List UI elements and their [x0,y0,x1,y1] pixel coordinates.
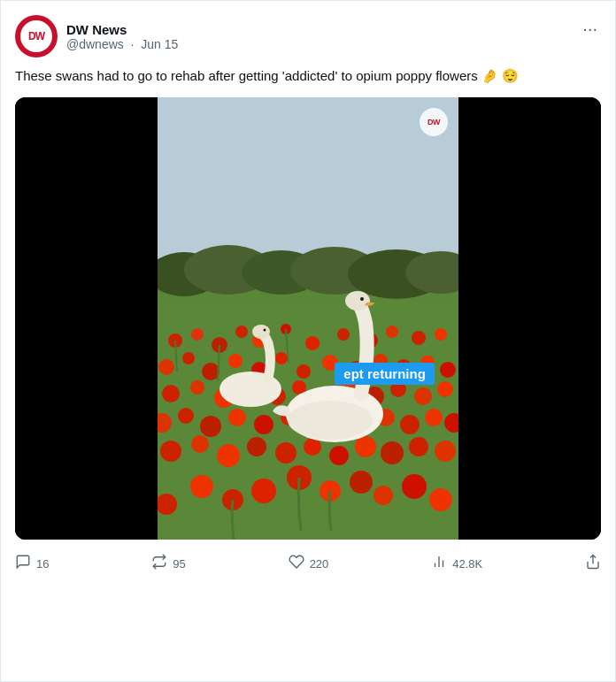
black-bar-right [458,97,601,540]
tweet-actions: 16 95 220 [15,550,601,574]
black-bar-left [15,97,158,540]
tweet-header-left: DW DW News @dwnews · Jun 15 [15,15,178,57]
tweet-text: These swans had to go to rehab after get… [15,66,601,87]
dw-logo-icon: DW [28,30,44,42]
retweet-button[interactable]: 95 [151,554,185,574]
media-container: DW ept returning [15,97,601,540]
share-button[interactable] [585,554,601,574]
account-meta: @dwnews · Jun 15 [66,37,178,51]
retweet-icon [151,554,167,574]
chart-icon [431,554,447,574]
field-bg [158,283,458,540]
reply-button[interactable]: 16 [15,554,49,574]
more-options-button[interactable]: ··· [579,15,601,42]
account-info: DW News @dwnews · Jun 15 [66,22,178,51]
avatar-inner: DW [20,20,52,52]
caption-overlay: ept returning [335,363,435,385]
share-icon [585,554,601,574]
dw-watermark: DW [420,108,448,136]
like-button[interactable]: 220 [289,554,329,574]
views-button[interactable]: 42.8K [431,554,482,574]
views-count: 42.8K [452,557,482,571]
reply-count: 16 [36,557,49,571]
tweet-media[interactable]: DW ept returning [15,97,601,540]
tweet-date: Jun 15 [141,37,178,51]
like-count: 220 [310,557,329,571]
reply-icon [15,554,31,574]
heart-icon [289,554,304,574]
tweet-card: DW DW News @dwnews · Jun 15 ··· These sw… [0,0,616,682]
account-handle[interactable]: @dwnews [66,37,124,51]
video-scene: DW ept returning [158,97,458,540]
avatar[interactable]: DW [15,15,58,57]
account-name[interactable]: DW News [66,22,178,37]
retweet-count: 95 [173,557,185,571]
tweet-header: DW DW News @dwnews · Jun 15 ··· [15,15,601,57]
